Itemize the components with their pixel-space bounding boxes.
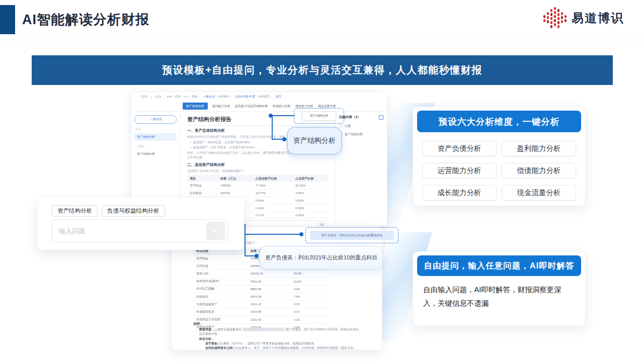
- table-header-cell: 金额（万元）: [218, 175, 253, 182]
- balance-question-bubble: 资产负债表：列出2021年占比前10的重点科目: [260, 246, 383, 269]
- dimension-button[interactable]: 成长能力分析: [422, 185, 497, 201]
- connector-dot: [299, 232, 303, 236]
- breadcrumb-part: 水印: [275, 95, 281, 99]
- balance-question-callout-box: 资产负债表：列出2021年占比前10的重点科目: [305, 227, 398, 243]
- breadcrumb-part: 〈 返回: [137, 95, 147, 99]
- redacted-company-name: [243, 328, 285, 331]
- structure-analysis-callout-box: 资产结构分析: [294, 108, 344, 124]
- connector-line: [245, 234, 302, 235]
- breadcrumb-part: 代码：×××: [175, 95, 189, 99]
- connector-dot: [269, 114, 273, 118]
- notes-label: 说明：: [193, 322, 359, 326]
- table-row: 应付职工薪酬 6882.80 9.94: [193, 285, 328, 293]
- checkbox-icon[interactable]: [339, 124, 343, 128]
- logo-text: 易道博识: [572, 10, 624, 26]
- question-chip[interactable]: 资产结构分析: [52, 205, 98, 217]
- breadcrumb-part: 分析财年：: [218, 95, 233, 99]
- headline-banner: 预设模板+自由提问，专业分析与灵活交互兼得，人人都能秒懂财报: [32, 55, 613, 85]
- page-title: AI智能解读分析财报: [22, 11, 149, 29]
- question-input[interactable]: [52, 220, 208, 242]
- sidebar-group-label: 今天: [135, 127, 176, 132]
- sidebar-group-label: 一周内: [135, 144, 176, 149]
- table-row: 实收资本(或股本) 7500.00 10.83: [193, 278, 328, 285]
- balance-question-pill[interactable]: 资产负债表：列出2021年占比前10的重点科目: [310, 231, 394, 240]
- table-row: 应收账款 164781 16.77% 4.96%: [187, 190, 328, 197]
- table-row: 货币资金 765568 77.93% 23.06%: [187, 182, 328, 190]
- notes-source-line: 数据来源：上述科目及金额来自资产负债表，资产合计为69271.65万元，所有占比…: [199, 327, 359, 337]
- send-button[interactable]: [206, 222, 225, 240]
- connector-line: [272, 115, 273, 140]
- breadcrumb-part: 企业：: [155, 95, 165, 99]
- notes-analysis-label: 科目分析：: [199, 337, 359, 341]
- breadcrumb-part: 模板：: [192, 95, 201, 99]
- collapse-icon[interactable]: [379, 115, 383, 120]
- dimension-button[interactable]: 资产负债分析: [422, 141, 497, 156]
- new-chat-button[interactable]: ＋ 新对话: [134, 115, 177, 124]
- breadcrumb-part: 一般企业: [203, 95, 215, 99]
- table-header-cell: 项目: [187, 175, 218, 182]
- report-tab-bar: 资产负债分析 盈利能力分析运营能力与运营结构分析偿债能力分析成长能力分析现金流量…: [131, 101, 387, 112]
- structure-analysis-bubble: 资产结构分析: [287, 127, 342, 155]
- breadcrumb-part: ｜: [150, 95, 153, 99]
- qa-panel-body: 自由输入问题，AI即时解答，财报洞察更深入，关键信息不遗漏: [413, 276, 585, 317]
- table-row: 资本公积 23259.29 33.58: [193, 270, 328, 278]
- qa-panel-header: 自由提问，输入任意问题，AI即时解答: [417, 255, 581, 276]
- question-list-panel: 问题列表（3） 全选 资产结构分析: [335, 112, 387, 226]
- table-row: 长期股权投资 2334.89 3.37: [193, 308, 328, 316]
- table-row: 交易性金融资产 3001.23 4.33: [193, 301, 328, 308]
- dimension-button[interactable]: 盈利能力分析: [502, 141, 576, 156]
- brand-logo: 易道博识: [542, 7, 624, 29]
- paper-plane-icon: [211, 227, 220, 235]
- dimension-button[interactable]: 偿债能力分析: [502, 163, 576, 178]
- question-chip[interactable]: 负债与权益结构分析: [102, 205, 165, 217]
- question-list-item[interactable]: 资产结构分析: [339, 132, 383, 137]
- tab-balance-analysis[interactable]: 资产负债分析: [183, 103, 208, 110]
- chat-card: 资产结构分析负债与权益结构分析: [38, 198, 244, 250]
- connector-dot: [282, 137, 286, 141]
- qa-panel: 自由提问，输入任意问题，AI即时解答 自由输入问题，AI即时解答，财报洞察更深入…: [413, 251, 586, 326]
- dimension-button[interactable]: 现金流量分析: [502, 185, 576, 201]
- notes-analysis-line: 合同负债和资本公积占比位居第二、第三，反映了公司的预收款项规模（合同负债）和资本…: [205, 346, 359, 350]
- table-header-cell: 占总资产比例: [293, 175, 328, 182]
- table-header-cell: 占流动资产比例: [253, 175, 293, 182]
- table-header-row: 项目金额（万元）占流动资产比例占总资产比例: [187, 175, 328, 182]
- balance-notes: 说明： 数据来源：上述科目及金额来自资产负债表，资产合计为69271.65万元，…: [193, 322, 359, 350]
- breadcrumb-part: ×××: [167, 95, 173, 98]
- report-section-2: 二、流动资产结构分析: [187, 162, 328, 167]
- report-tab[interactable]: 运营能力与运营结构分析: [235, 104, 268, 109]
- slide: AI智能解读分析财报: [0, 0, 644, 362]
- report-tab[interactable]: 盈利能力分析: [212, 104, 230, 109]
- dimensions-panel: 预设六大分析维度，一键分析 资产负债分析盈利能力分析运营能力分析偿债能力分析成长…: [413, 107, 586, 206]
- logo-icon: [542, 7, 567, 29]
- report-paragraph: 流动资产合计98.24亿元，其结构构成如下：: [187, 169, 328, 173]
- sidebar-item-structure-analysis[interactable]: 资产结构分析: [134, 133, 177, 141]
- headline-text: 预设模板+自由提问，专业分析与灵活交互兼得，人人都能秒懂财报: [162, 63, 482, 77]
- connector-dot: [255, 254, 259, 258]
- breadcrumb: 〈 返回｜企业：×××代码：×××模板：一般企业分析财年：2020年报-年度分析…: [131, 92, 387, 101]
- chat-input-box: [52, 219, 228, 243]
- dimensions-panel-header: 预设六大分析维度，一键分析: [417, 111, 581, 132]
- notes-analysis-line: 货币资金占比最高（近70%），说明公司一季度末资金储备充裕，短期流动性较强。: [205, 341, 359, 346]
- report-tab[interactable]: 偿债能力分析: [273, 104, 291, 109]
- structure-analysis-mini-button[interactable]: 资产结构分析: [302, 112, 336, 121]
- sidebar-item-structure-analysis[interactable]: 资产结构分析: [134, 150, 177, 158]
- header-bar: AI智能解读分析财报: [0, 0, 644, 40]
- question-list-item[interactable]: 全选: [339, 124, 383, 128]
- breadcrumb-part: 2020年报-年度: [235, 95, 255, 99]
- breadcrumb-part: 分析模型：: [258, 95, 273, 99]
- table-row: 应收账款 5434.34 7.84: [193, 293, 328, 300]
- connector-line: [272, 115, 295, 116]
- dimension-button[interactable]: 运营能力分析: [422, 163, 497, 178]
- connector-line: [245, 224, 246, 256]
- title-accent-square: [0, 5, 15, 34]
